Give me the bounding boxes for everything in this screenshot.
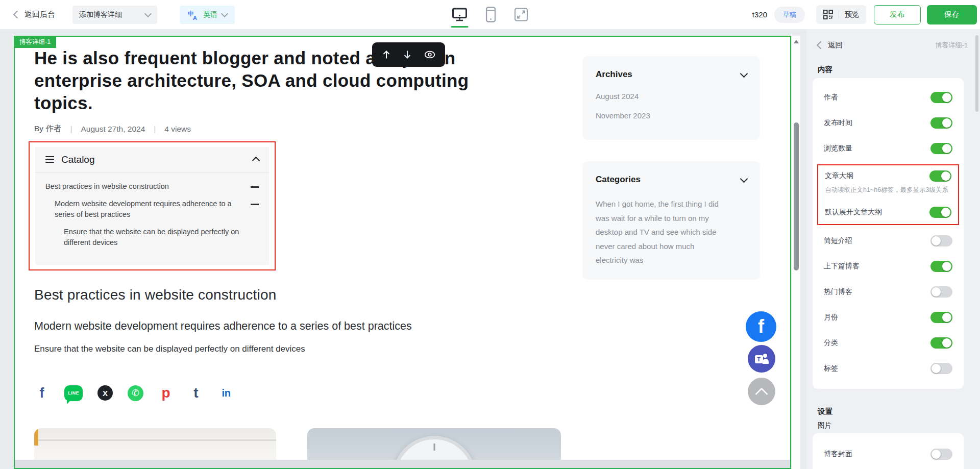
scroll-to-top-button[interactable]	[748, 378, 775, 405]
toggle-knob	[942, 262, 951, 271]
toggle-switch[interactable]	[930, 286, 952, 298]
teams-icon: T	[755, 354, 769, 364]
toggle-switch[interactable]	[930, 235, 952, 246]
category-item[interactable]: When I got home, the first thing I did w…	[596, 197, 725, 267]
catalog-header[interactable]: Catalog	[35, 147, 269, 172]
chevron-up-icon[interactable]	[252, 157, 260, 165]
toggle-knob	[932, 450, 941, 459]
catalog-highlight-outline: Catalog Best practices in website constr…	[29, 141, 276, 270]
toggle-knob	[941, 208, 950, 217]
hamburger-icon	[45, 156, 54, 163]
toggle-switch[interactable]	[930, 92, 952, 103]
status-badge: 草稿	[774, 7, 805, 23]
archive-item[interactable]: August 2024	[596, 92, 747, 101]
catalog-item[interactable]: Best practices in website construction	[45, 181, 259, 192]
toggle-switch[interactable]	[930, 261, 952, 272]
toolbar-right: t320 草稿 预览 发布 保存	[752, 5, 980, 24]
toggle-label: 热门博客	[824, 287, 852, 297]
publish-button[interactable]: 发布	[874, 5, 921, 24]
archive-item[interactable]: November 2023	[596, 111, 747, 120]
collapse-minus-icon[interactable]	[251, 204, 259, 205]
move-down-icon[interactable]	[403, 50, 411, 59]
image-settings-card: 博客封面	[813, 433, 964, 469]
toggle-knob	[932, 364, 941, 373]
toggle-switch[interactable]	[929, 170, 951, 182]
svg-text:A: A	[193, 15, 197, 20]
panel-scrollbar-thumb[interactable]	[975, 35, 978, 112]
share-row: fLINEX✆ptin	[34, 385, 234, 401]
toggle-row: 默认展开文章大纲	[825, 207, 951, 218]
toggle-switch[interactable]	[930, 312, 952, 323]
toggle-row: 简短介绍	[824, 235, 952, 246]
catalog-title: Catalog	[61, 154, 253, 165]
post-image-interior	[34, 428, 276, 461]
linkedin-share-icon[interactable]: in	[218, 385, 234, 401]
chevron-left-icon	[13, 11, 21, 19]
toggle-knob	[941, 171, 950, 181]
site-id: t320	[752, 10, 767, 19]
toolbar-left: 返回后台 添加博客详细 中A 英语	[0, 6, 235, 24]
categories-title: Categories	[596, 175, 641, 185]
toggle-switch[interactable]	[930, 117, 952, 129]
editor-window: 返回后台 添加博客详细 中A 英语	[0, 0, 980, 469]
toggle-switch[interactable]	[930, 449, 952, 460]
toggle-row: 分类	[824, 337, 952, 349]
teams-float-button[interactable]: T	[748, 345, 775, 373]
toggle-switch[interactable]	[929, 207, 951, 218]
fullscreen-preview-button[interactable]	[514, 0, 528, 29]
toggle-row: 标签	[824, 363, 952, 374]
chevron-left-icon	[817, 41, 825, 50]
catalog-item-label: Ensure that the website can be displayed…	[64, 227, 239, 248]
panel-back-button[interactable]: 返回	[818, 40, 843, 50]
move-up-icon[interactable]	[382, 50, 390, 59]
toggle-row: 文章大纲	[825, 170, 951, 182]
scrollbar-up-arrow[interactable]	[794, 40, 799, 43]
pinterest-share-icon[interactable]: p	[158, 385, 174, 401]
chevron-down-icon	[221, 10, 228, 17]
toggle-label: 博客封面	[824, 450, 852, 459]
visibility-icon[interactable]	[424, 51, 435, 59]
tumblr-share-icon[interactable]: t	[188, 385, 204, 401]
scrollbar-thumb[interactable]	[794, 122, 799, 270]
archives-list: August 2024November 2023	[596, 92, 747, 120]
post-heading-3: Ensure that the website can be displayed…	[34, 344, 305, 354]
post-heading-2: Modern website development requires adhe…	[34, 320, 412, 333]
active-device-underline	[451, 26, 469, 28]
toggle-row: 上下篇博客	[824, 261, 952, 272]
save-button[interactable]: 保存	[927, 5, 977, 24]
line-share-icon[interactable]: LINE	[64, 385, 83, 401]
toggle-switch[interactable]	[930, 337, 952, 349]
post-heading-1: Best practices in website construction	[34, 287, 276, 303]
preview-group: 预览	[816, 5, 866, 24]
catalog-item[interactable]: Ensure that the website can be displayed…	[45, 227, 259, 248]
qr-code-icon[interactable]	[823, 10, 833, 19]
x-share-icon[interactable]: X	[97, 385, 113, 401]
mobile-icon	[486, 7, 496, 22]
toggle-label: 上下篇博客	[824, 262, 860, 271]
collapse-minus-icon[interactable]	[251, 186, 259, 188]
preview-button[interactable]: 预览	[845, 10, 859, 19]
mobile-preview-button[interactable]	[486, 0, 496, 29]
categories-header[interactable]: Categories	[596, 175, 747, 185]
facebook-float-button[interactable]: f	[746, 311, 776, 342]
back-to-admin-label: 返回后台	[24, 10, 55, 19]
toggle-label: 标签	[824, 364, 838, 373]
toggle-label: 分类	[824, 338, 838, 348]
top-toolbar: 返回后台 添加博客详细 中A 英语	[0, 0, 980, 30]
desktop-icon	[452, 8, 468, 21]
byline-author[interactable]: By 作者	[34, 124, 61, 134]
catalog-item[interactable]: Modern website development requires adhe…	[45, 199, 259, 220]
desktop-preview-button[interactable]	[452, 0, 468, 29]
language-selector[interactable]: 中A 英语	[180, 6, 235, 24]
chevron-down-icon	[740, 70, 748, 78]
catalog-list: Best practices in website constructionMo…	[35, 172, 269, 248]
archives-header[interactable]: Archives	[596, 69, 747, 80]
module-dropdown[interactable]: 添加博客详细	[72, 6, 157, 24]
toggle-switch[interactable]	[930, 363, 952, 374]
whatsapp-share-icon[interactable]: ✆	[128, 385, 143, 401]
toggle-switch[interactable]	[930, 143, 952, 154]
back-to-admin-button[interactable]: 返回后台	[14, 10, 55, 19]
facebook-share-icon[interactable]: f	[34, 385, 50, 401]
divider	[839, 11, 839, 19]
byline-date: August 27th, 2024	[81, 125, 145, 134]
